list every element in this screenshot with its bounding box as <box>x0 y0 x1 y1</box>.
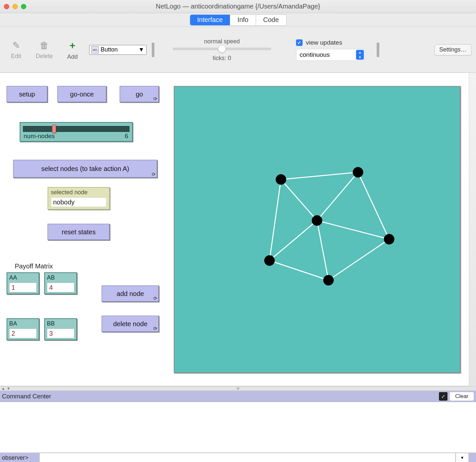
command-center-output[interactable] <box>0 402 476 453</box>
forever-icon: ⟳ <box>153 96 157 101</box>
vertical-scrollbar[interactable] <box>469 73 476 386</box>
tab-info[interactable]: Info <box>230 15 256 25</box>
widget-type-dropdown[interactable]: abc Button ▼ <box>89 45 147 55</box>
command-history-dropdown[interactable]: ▼ <box>456 453 469 462</box>
num-nodes-slider-value: 6 <box>125 133 128 140</box>
num-nodes-slider[interactable]: num-nodes 6 <box>20 122 133 142</box>
forever-icon: ⟳ <box>153 326 157 331</box>
go-once-button[interactable]: go-once <box>57 86 107 102</box>
collapse-down-icon[interactable]: ▼ <box>7 386 10 391</box>
forever-icon: ⟳ <box>152 172 156 177</box>
svg-line-7 <box>317 220 328 280</box>
update-mode-label: continuous <box>300 51 330 58</box>
tabs-row: Interface Info Code <box>0 13 476 27</box>
num-nodes-slider-label: num-nodes <box>24 133 55 140</box>
svg-line-6 <box>269 220 317 261</box>
go-once-button-label: go-once <box>70 91 94 98</box>
forever-icon: ⟳ <box>153 296 157 301</box>
plus-icon: ＋ <box>68 39 77 52</box>
settings-button[interactable]: Settings… <box>434 44 471 55</box>
update-mode-select[interactable]: continuous ▲▼ <box>296 49 365 61</box>
expand-icon[interactable]: ⤢ <box>439 392 447 401</box>
payoff-BA-title: BA <box>9 320 37 327</box>
toolbar: ✎ Edit 🗑 Delete ＋ Add abc Button ▼ norma… <box>0 27 476 73</box>
svg-line-1 <box>281 179 317 220</box>
payoff-BB-title: BB <box>47 320 74 327</box>
select-nodes-button[interactable]: select nodes (to take action A) ⟳ <box>13 160 157 178</box>
payoff-AB-value[interactable]: 4 <box>47 283 74 292</box>
add-node-button[interactable]: add node ⟳ <box>102 285 159 302</box>
select-nodes-button-label: select nodes (to take action A) <box>41 165 129 173</box>
drag-handle-icon[interactable] <box>237 387 239 390</box>
command-center-prompt[interactable]: observer> <box>0 453 39 462</box>
collapse-up-icon[interactable]: ▲ <box>1 386 5 391</box>
delete-node-button-label: delete node <box>113 320 148 328</box>
world-view[interactable] <box>174 86 461 373</box>
toolbar-add[interactable]: ＋ Add <box>61 39 84 60</box>
window-minimize-icon[interactable] <box>12 4 18 9</box>
stepper-icon[interactable]: ▲▼ <box>356 50 364 60</box>
command-center-tail <box>469 453 476 462</box>
selected-node-monitor-value: nobody <box>51 197 107 207</box>
toolbar-delete-label: Delete <box>36 53 53 60</box>
window-close-icon[interactable] <box>4 4 9 9</box>
speed-slider-thumb[interactable] <box>218 45 226 53</box>
svg-point-11 <box>353 167 363 178</box>
titlebar: NetLogo — anticoordinationgame {/Users/A… <box>0 0 476 13</box>
tab-interface[interactable]: Interface <box>190 15 230 25</box>
command-center-drag-bar[interactable]: ▲ ▼ <box>0 386 476 391</box>
svg-point-10 <box>276 174 286 185</box>
speed-slider[interactable] <box>173 48 271 50</box>
svg-line-8 <box>328 239 389 280</box>
payoff-AB-input[interactable]: AB 4 <box>44 272 77 294</box>
slider-track[interactable] <box>23 126 129 132</box>
window-title: NetLogo — anticoordinationgame {/Users/A… <box>0 3 476 10</box>
toolbar-delete[interactable]: 🗑 Delete <box>33 40 56 60</box>
slider-handle[interactable] <box>52 125 56 133</box>
button-widget-icon: abc <box>91 46 99 53</box>
setup-button-label: setup <box>19 91 35 98</box>
view-updates-block: ✓ view updates continuous ▲▼ <box>296 39 365 61</box>
svg-line-9 <box>269 261 328 280</box>
view-updates-checkbox[interactable]: ✓ <box>296 39 303 46</box>
payoff-AA-value[interactable]: 1 <box>9 283 37 292</box>
speed-control: normal speed ticks: 0 <box>173 38 271 62</box>
command-center-input-row: observer> ▼ <box>0 453 476 462</box>
payoff-BB-input[interactable]: BB 3 <box>44 318 77 340</box>
go-button-label: go <box>136 91 143 98</box>
trash-icon: 🗑 <box>40 40 49 51</box>
tab-code[interactable]: Code <box>256 15 286 25</box>
toolbar-edit-label: Edit <box>11 53 21 60</box>
ticks-label: ticks: 0 <box>213 55 231 62</box>
reset-states-button[interactable]: reset states <box>48 224 110 240</box>
payoff-matrix-label: Payoff Matrix <box>15 262 53 270</box>
command-center-input[interactable] <box>39 453 456 462</box>
command-center-title: Command Center <box>2 393 51 400</box>
toolbar-add-label: Add <box>67 53 78 60</box>
payoff-AB-title: AB <box>47 274 74 281</box>
delete-node-button[interactable]: delete node ⟳ <box>102 316 159 332</box>
clear-button[interactable]: Clear <box>449 392 474 401</box>
go-button[interactable]: go ⟳ <box>120 86 159 102</box>
payoff-AA-title: AA <box>9 274 37 281</box>
svg-line-5 <box>317 220 389 239</box>
payoff-BA-input[interactable]: BA 2 <box>7 318 39 340</box>
svg-line-4 <box>358 172 389 239</box>
selected-node-monitor: selected node nobody <box>48 187 110 210</box>
svg-line-3 <box>317 172 358 220</box>
clear-button-label: Clear <box>455 393 468 400</box>
payoff-BB-value[interactable]: 3 <box>47 328 74 338</box>
toolbar-edit[interactable]: ✎ Edit <box>5 40 28 60</box>
svg-line-2 <box>269 179 281 261</box>
payoff-BA-value[interactable]: 2 <box>9 328 37 338</box>
payoff-AA-input[interactable]: AA 1 <box>7 272 39 294</box>
setup-button[interactable]: setup <box>7 86 48 102</box>
svg-point-14 <box>264 255 275 266</box>
svg-point-15 <box>323 275 334 285</box>
reset-states-button-label: reset states <box>62 228 95 236</box>
selected-node-monitor-title: selected node <box>51 189 107 196</box>
window-zoom-icon[interactable] <box>21 4 26 9</box>
svg-line-0 <box>281 172 358 179</box>
interface-workspace: setup go-once go ⟳ num-nodes 6 select no… <box>0 73 476 386</box>
chevron-down-icon: ▼ <box>138 46 144 53</box>
